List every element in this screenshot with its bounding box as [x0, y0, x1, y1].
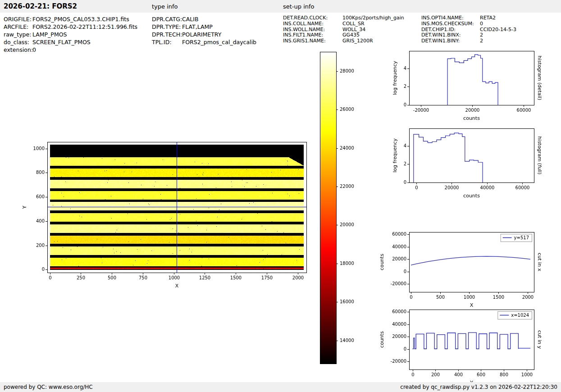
meta-label: do_class: — [4, 38, 32, 46]
meta-label: TPL.ID: — [152, 38, 182, 46]
meta-row-dpr-catg: DPR.CATG:CALIB — [152, 15, 256, 23]
footer-qc-link[interactable]: www.eso.org/HC — [49, 384, 93, 390]
meta-value: 100Kps/2ports/high_gain — [342, 15, 404, 21]
meta-value: SCREEN_FLAT_PMOS — [32, 39, 91, 46]
meta-value: 2 — [480, 32, 483, 38]
meta-value: FORS2_PMOS_CAL053.3.CHIP1.fits — [32, 16, 129, 23]
meta-label: INS.GRIS1.NAME: — [283, 38, 342, 44]
footer-powered-by: powered by QC: www.eso.org/HC — [4, 384, 93, 390]
header-bar: 2026-02-21: FORS2 type info set-up info — [0, 0, 561, 13]
meta-label: raw_type: — [4, 31, 32, 38]
meta-value: POLARIMETRY — [182, 31, 221, 38]
meta-row-extension: extension:0 — [4, 46, 137, 54]
meta-row-ins-opti4-name: INS.OPTI4.NAME:RETA2 — [421, 15, 516, 21]
meta-row-origfile: ORIGFILE:FORS2_PMOS_CAL053.3.CHIP1.fits — [4, 15, 137, 23]
meta-label: INS.COLL.NAME: — [283, 21, 342, 27]
meta-value: WOLL_34 — [342, 27, 365, 32]
meta-label: extension: — [4, 46, 32, 54]
meta-value: GG435 — [342, 32, 360, 38]
cut-in-x-plot — [374, 224, 555, 308]
meta-label: DPR.TECH: — [152, 31, 182, 38]
meta-value: LAMP_PMOS — [32, 31, 67, 38]
meta-value: 0 — [480, 21, 483, 27]
meta-row-tpl-id: TPL.ID:FORS2_pmos_cal_daycalib — [152, 38, 256, 46]
meta-label: ARCFILE: — [4, 23, 32, 31]
cut-in-y-plot — [374, 301, 555, 385]
meta-row-raw-type: raw_type:LAMP_PMOS — [4, 31, 137, 38]
page-title: 2026-02-21: FORS2 — [4, 2, 77, 10]
setup-info-block-left: DET.READ.CLOCK:100Kps/2ports/high_gain I… — [283, 15, 404, 44]
type-info-block: DPR.CATG:CALIB DPR.TYPE:FLAT,LAMP DPR.TE… — [152, 15, 256, 46]
meta-value: RETA2 — [480, 15, 496, 21]
footer-created-by: created by qc_rawdisp.py v1.2.3 on 2026-… — [400, 384, 557, 390]
meta-value: FORS2_pmos_cal_daycalib — [182, 39, 256, 46]
footer-bar: powered by QC: www.eso.org/HC created by… — [0, 382, 561, 392]
meta-value: CALIB — [182, 16, 199, 23]
setup-info-block-right: INS.OPTI4.NAME:RETA2 INS.MOS.CHECKSUM:0 … — [421, 15, 516, 44]
qc-report-page: 2026-02-21: FORS2 type info set-up info … — [0, 0, 561, 392]
meta-label: DPR.CATG: — [152, 15, 182, 23]
file-info-block: ORIGFILE:FORS2_PMOS_CAL053.3.CHIP1.fits … — [4, 15, 137, 54]
meta-label: ORIGFILE: — [4, 15, 32, 23]
meta-value: FORS2.2026-02-22T11:12:51.996.fits — [32, 23, 137, 30]
detector-image-plot — [18, 133, 315, 297]
meta-value: 0 — [32, 46, 36, 53]
meta-value: COLL_SR — [342, 21, 365, 27]
meta-label: DET.READ.CLOCK: — [283, 15, 342, 21]
meta-label: INS.OPTI4.NAME: — [421, 15, 480, 21]
histogram-full-plot — [374, 120, 555, 198]
meta-row-arcfile: ARCFILE:FORS2.2026-02-22T11:12:51.996.fi… — [4, 23, 137, 31]
setup-info-heading: set-up info — [283, 3, 315, 10]
meta-label: DPR.TYPE: — [152, 23, 182, 31]
type-info-heading: type info — [152, 3, 178, 10]
meta-value: CCID20-14-5-3 — [480, 27, 516, 32]
meta-value: FLAT,LAMP — [182, 23, 213, 30]
histogram-detail-plot — [374, 43, 555, 120]
meta-row-dpr-tech: DPR.TECH:POLARIMETRY — [152, 31, 256, 38]
colorbar — [316, 47, 368, 372]
footer-powered-text: powered by QC: — [4, 384, 49, 390]
meta-value: GRIS_1200R — [342, 38, 373, 44]
meta-label: INS.MOS.CHECKSUM: — [421, 21, 480, 27]
meta-row-dpr-type: DPR.TYPE:FLAT,LAMP — [152, 23, 256, 31]
meta-row-do-class: do_class:SCREEN_FLAT_PMOS — [4, 38, 137, 46]
